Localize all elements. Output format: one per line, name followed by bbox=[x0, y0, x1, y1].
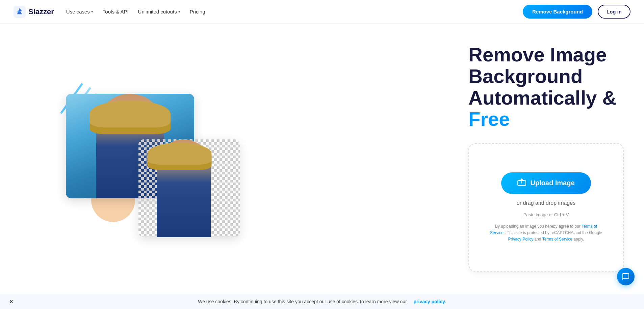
transparent-background bbox=[138, 139, 240, 237]
nav-use-cases[interactable]: Use cases ▾ bbox=[66, 9, 93, 15]
hero-content: Remove Image Background Automatically & … bbox=[468, 44, 624, 272]
logo-icon bbox=[14, 6, 26, 18]
upload-icon bbox=[517, 178, 526, 188]
nav-links: Use cases ▾ Tools & API Unlimited cutout… bbox=[66, 9, 205, 15]
navbar: Slazzer Use cases ▾ Tools & API Unlimite… bbox=[0, 0, 644, 24]
chevron-down-icon-2: ▾ bbox=[178, 9, 180, 14]
paste-text: Paste image or Ctrl + V bbox=[523, 212, 569, 217]
hero-title: Remove Image Background Automatically & … bbox=[468, 44, 624, 130]
processed-image-card bbox=[138, 139, 240, 237]
nav-left: Slazzer Use cases ▾ Tools & API Unlimite… bbox=[14, 6, 205, 18]
drag-drop-text: or drag and drop images bbox=[517, 200, 575, 206]
upload-panel[interactable]: Upload Image or drag and drop images Pas… bbox=[468, 143, 624, 272]
logo[interactable]: Slazzer bbox=[14, 6, 54, 18]
remove-background-button[interactable]: Remove Background bbox=[523, 5, 592, 19]
login-button[interactable]: Log in bbox=[598, 5, 630, 19]
upload-image-button[interactable]: Upload Image bbox=[501, 172, 591, 194]
processed-photo bbox=[138, 139, 240, 237]
nav-unlimited-cutouts[interactable]: Unlimited cutouts ▾ bbox=[138, 9, 180, 15]
brand-name: Slazzer bbox=[28, 7, 54, 16]
terms-of-service-link-2[interactable]: Terms of Service bbox=[542, 237, 572, 242]
image-composition bbox=[27, 74, 270, 242]
nav-right: Remove Background Log in bbox=[523, 5, 630, 19]
privacy-policy-link[interactable]: Privacy Policy bbox=[508, 237, 533, 242]
hero-section: Remove Image Background Automatically & … bbox=[0, 24, 644, 292]
nav-pricing[interactable]: Pricing bbox=[190, 9, 205, 15]
nav-tools-api[interactable]: Tools & API bbox=[103, 9, 129, 15]
hero-image-area bbox=[27, 74, 263, 242]
chat-button[interactable] bbox=[617, 268, 635, 285]
terms-text: By uploading an image you hereby agree t… bbox=[489, 223, 603, 243]
chevron-down-icon: ▾ bbox=[91, 9, 93, 14]
